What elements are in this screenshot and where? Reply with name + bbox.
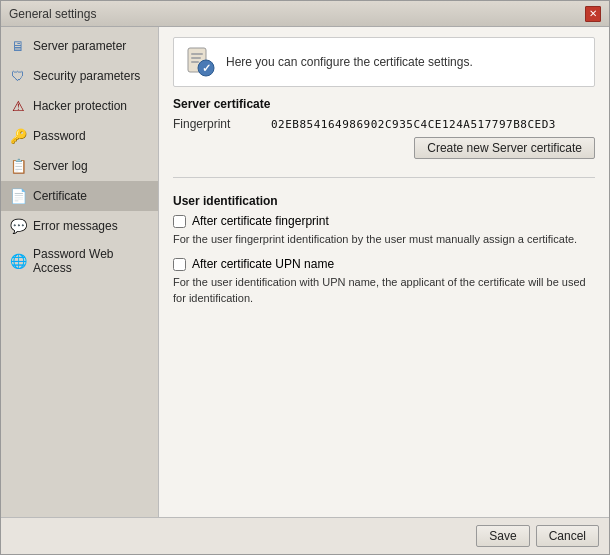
sidebar-item-password[interactable]: 🔑 Password: [1, 121, 158, 151]
sidebar-item-server-parameter[interactable]: 🖥 Server parameter: [1, 31, 158, 61]
user-id-title: User identification: [173, 194, 595, 208]
user-id-section: User identification After certificate fi…: [173, 194, 595, 316]
footer: Save Cancel: [1, 517, 609, 554]
web-icon: 🌐: [9, 252, 27, 270]
sidebar: 🖥 Server parameter 🛡 Security parameters…: [1, 27, 159, 517]
cancel-button[interactable]: Cancel: [536, 525, 599, 547]
fingerprint-label: Fingerprint: [173, 117, 263, 131]
sidebar-item-label: Error messages: [33, 219, 118, 233]
sidebar-item-label: Hacker protection: [33, 99, 127, 113]
divider: [173, 177, 595, 178]
key-icon: 🔑: [9, 127, 27, 145]
main-panel: ✓ Here you can configure the certificate…: [159, 27, 609, 517]
main-window: General settings ✕ 🖥 Server parameter 🛡 …: [0, 0, 610, 555]
svg-text:✓: ✓: [202, 62, 211, 74]
save-button[interactable]: Save: [476, 525, 529, 547]
shield-icon: 🛡: [9, 67, 27, 85]
fingerprint-row: Fingerprint 02EB854164986902C935C4CE124A…: [173, 117, 595, 131]
server-cert-section: Server certificate Fingerprint 02EB85416…: [173, 97, 595, 161]
checkbox1-row: After certificate fingerprint: [173, 214, 595, 228]
sidebar-item-password-web-access[interactable]: 🌐 Password Web Access: [1, 241, 158, 281]
create-server-cert-button[interactable]: Create new Server certificate: [414, 137, 595, 159]
checkbox2-desc: For the user identification with UPN nam…: [173, 275, 595, 306]
checkbox-upn[interactable]: [173, 258, 186, 271]
sidebar-item-server-log[interactable]: 📋 Server log: [1, 151, 158, 181]
sidebar-item-hacker-protection[interactable]: ⚠ Hacker protection: [1, 91, 158, 121]
error-icon: 💬: [9, 217, 27, 235]
window-title: General settings: [9, 7, 96, 21]
sidebar-item-label: Password: [33, 129, 86, 143]
sidebar-item-security-parameters[interactable]: 🛡 Security parameters: [1, 61, 158, 91]
content-area: 🖥 Server parameter 🛡 Security parameters…: [1, 27, 609, 517]
sidebar-item-label: Security parameters: [33, 69, 140, 83]
log-icon: 📋: [9, 157, 27, 175]
titlebar: General settings ✕: [1, 1, 609, 27]
monitor-icon: 🖥: [9, 37, 27, 55]
svg-rect-2: [191, 57, 201, 59]
certificate-icon: 📄: [9, 187, 27, 205]
create-btn-row: Create new Server certificate: [173, 137, 595, 159]
svg-rect-3: [191, 61, 199, 63]
info-box: ✓ Here you can configure the certificate…: [173, 37, 595, 87]
checkbox1-label: After certificate fingerprint: [192, 214, 329, 228]
sidebar-item-certificate[interactable]: 📄 Certificate: [1, 181, 158, 211]
sidebar-item-label: Password Web Access: [33, 247, 150, 275]
cert-info-icon: ✓: [184, 46, 216, 78]
server-cert-title: Server certificate: [173, 97, 595, 111]
checkbox2-label: After certificate UPN name: [192, 257, 334, 271]
sidebar-item-label: Server log: [33, 159, 88, 173]
close-button[interactable]: ✕: [585, 6, 601, 22]
sidebar-item-label: Certificate: [33, 189, 87, 203]
sidebar-item-error-messages[interactable]: 💬 Error messages: [1, 211, 158, 241]
svg-rect-1: [191, 53, 203, 55]
checkbox1-desc: For the user fingerprint identification …: [173, 232, 595, 247]
info-text: Here you can configure the certificate s…: [226, 55, 473, 69]
checkbox-fingerprint[interactable]: [173, 215, 186, 228]
checkbox2-row: After certificate UPN name: [173, 257, 595, 271]
hacker-icon: ⚠: [9, 97, 27, 115]
fingerprint-value: 02EB854164986902C935C4CE124A517797B8CED3: [271, 118, 556, 131]
sidebar-item-label: Server parameter: [33, 39, 126, 53]
